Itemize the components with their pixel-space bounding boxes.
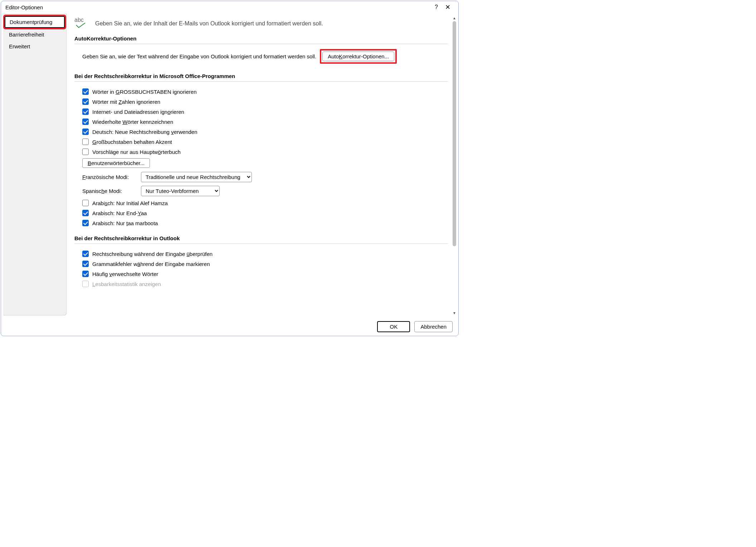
checkbox-readability [82,281,89,287]
check-repeated[interactable]: Wiederholte Wörter kennzeichnen [82,117,448,127]
checkbox-label: Vorschläge nur aus Hauptwörterbuch [92,149,181,155]
check-uppercase-accent[interactable]: Großbuchstaben behalten Akzent [82,137,448,147]
page-header: abc Geben Sie an, wie der Inhalt der E-M… [74,18,448,29]
check-german-new[interactable]: Deutsch: Neue Rechtschreibung verwenden [82,127,448,137]
spanish-modes-label: Spanische Modi: [82,188,136,194]
checkbox-label: Grammatikfehler während der Eingabe mark… [92,261,210,267]
check-internet[interactable]: Internet- und Dateiadressen ignorieren [82,107,448,117]
checkbox-arabic-alef[interactable] [82,200,89,206]
check-numbers[interactable]: Wörter mit Zahlen ignorieren [82,97,448,107]
check-uppercase[interactable]: Wörter in GROSSBUCHSTABEN ignorieren [82,87,448,97]
check-main-dict[interactable]: Vorschläge nur aus Hauptwörterbuch [82,147,448,157]
scroll-track[interactable] [453,21,456,310]
checkbox-uppercase-accent[interactable] [82,139,89,145]
scroll-thumb[interactable] [453,21,456,246]
checkbox-internet[interactable] [82,108,89,115]
checkbox-label: Wiederholte Wörter kennzeichnen [92,119,173,125]
checkbox-label: Arabisch: Nur taa marboota [92,220,158,226]
checkbox-numbers[interactable] [82,98,89,105]
cancel-button[interactable]: Abbrechen [414,321,453,332]
sidebar-item-label: Barrierefreiheit [9,32,44,38]
editor-options-dialog: Editor-Optionen ? ✕ Dokumentprüfung Barr… [1,1,459,336]
french-modes-label: Französische Modi: [82,174,136,180]
page-description: Geben Sie an, wie der Inhalt der E-Mails… [95,20,323,27]
sidebar-item-accessibility[interactable]: Barrierefreiheit [3,29,66,40]
checkbox-grammar-typing[interactable] [82,261,89,267]
checkbox-label: Arabisch: Nur End-Yaa [92,210,147,216]
custom-dictionaries-button[interactable]: Benutzerwörterbücher... [82,158,150,168]
section-title-autocorrect: AutoKorrektur-Optionen [74,35,448,44]
section-title-office-spell: Bei der Rechtschreibkorrektur in Microso… [74,73,448,82]
checkbox-spell-typing[interactable] [82,251,89,257]
close-icon[interactable]: ✕ [442,3,454,12]
checkbox-arabic-yaa[interactable] [82,210,89,216]
checkbox-label: Deutsch: Neue Rechtschreibung verwenden [92,129,197,135]
sidebar: Dokumentprüfung Barrierefreiheit Erweite… [3,13,67,315]
checkbox-label: Wörter in GROSSBUCHSTABEN ignorieren [92,89,196,95]
spanish-modes-select[interactable]: Nur Tuteo-Verbformen [141,186,220,196]
vertical-scrollbar[interactable]: ▲ ▼ [452,15,457,315]
autocorrect-description: Geben Sie an, wie der Text während der E… [82,53,316,59]
window-title: Editor-Optionen [5,4,43,10]
proofing-icon: abc [74,18,89,29]
section-title-outlook-spell: Bei der Rechtschreibkorrektur in Outlook [74,235,448,244]
check-arabic-taa[interactable]: Arabisch: Nur taa marboota [82,218,448,228]
check-arabic-yaa[interactable]: Arabisch: Nur End-Yaa [82,208,448,218]
checkbox-label: Wörter mit Zahlen ignorieren [92,99,160,105]
help-icon[interactable]: ? [431,3,442,11]
checkbox-label: Internet- und Dateiadressen ignorieren [92,109,184,115]
checkbox-uppercase[interactable] [82,88,89,95]
checkbox-confused-words[interactable] [82,271,89,277]
sidebar-item-advanced[interactable]: Erweitert [3,40,66,52]
scroll-up-icon[interactable]: ▲ [452,15,457,20]
checkbox-repeated[interactable] [82,118,89,125]
content-pane: abc Geben Sie an, wie der Inhalt der E-M… [67,13,458,318]
checkbox-label: Häufig verwechselte Wörter [92,271,158,277]
check-arabic-alef[interactable]: Arabisch: Nur Initial Alef Hamza [82,198,448,208]
sidebar-item-proofing[interactable]: Dokumentprüfung [5,16,65,28]
sidebar-item-label: Erweitert [9,43,30,49]
scroll-down-icon[interactable]: ▼ [452,310,457,315]
checkbox-main-dict[interactable] [82,149,89,155]
check-confused-words[interactable]: Häufig verwechselte Wörter [82,269,448,279]
check-spell-typing[interactable]: Rechtschreibung während der Eingabe über… [82,249,448,259]
french-modes-select[interactable]: Traditionelle und neue Rechtschreibung [141,172,252,182]
check-grammar-typing[interactable]: Grammatikfehler während der Eingabe mark… [82,259,448,269]
checkbox-arabic-taa[interactable] [82,220,89,226]
title-bar: Editor-Optionen ? ✕ [1,1,458,13]
dialog-footer: OK Abbrechen [1,318,458,336]
sidebar-item-label: Dokumentprüfung [10,19,52,25]
checkbox-label: Großbuchstaben behalten Akzent [92,139,172,145]
check-readability: Lesbarkeitsstatistik anzeigen [82,279,448,289]
highlight-autocorrect-button: AutoKorrektur-Optionen... [320,49,397,64]
checkbox-label: Rechtschreibung während der Eingabe über… [92,251,213,257]
checkbox-label: Lesbarkeitsstatistik anzeigen [92,281,161,287]
checkbox-german-new[interactable] [82,129,89,135]
autocorrect-options-button[interactable]: AutoKorrektur-Optionen... [322,52,394,61]
checkbox-label: Arabisch: Nur Initial Alef Hamza [92,200,168,206]
ok-button[interactable]: OK [377,321,410,332]
